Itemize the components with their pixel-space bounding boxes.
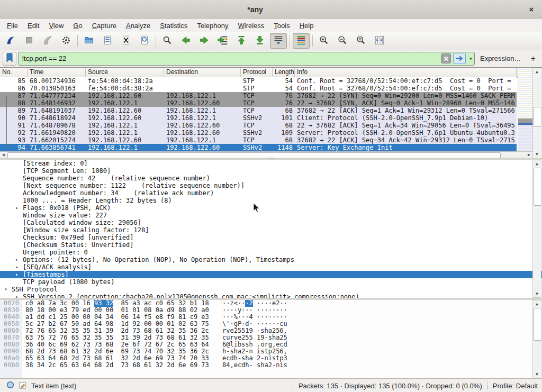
scroll-up-arrow[interactable]: ▲ [533,160,541,167]
capture-options-button[interactable] [58,33,75,49]
menu-analyze[interactable]: Analyze [121,20,155,31]
packet-row-89[interactable]: 8971.648191037192.168.122.60192.168.122.… [0,107,517,114]
packet-row-93[interactable]: 9371.662015274192.168.122.60192.168.122.… [0,136,517,144]
start-capture-button[interactable] [2,33,19,49]
detail-line[interactable]: [Checksum Status: Unverified] [0,241,542,249]
filter-bookmark-button[interactable] [3,52,16,66]
go-to-packet-button[interactable] [214,33,231,49]
expert-info-icon[interactable] [6,381,14,390]
go-back-button[interactable] [177,33,194,49]
scrollbar-thumb[interactable] [534,107,541,127]
add-filter-button[interactable]: + [528,54,538,63]
filter-history-dropdown[interactable]: ▾ [467,56,474,61]
menu-file[interactable]: File [2,20,23,31]
reload-file-button[interactable] [136,33,153,49]
collapsed-arrow-icon[interactable]: ▸ [15,256,19,263]
detail-line[interactable]: [TCP Segment Len: 1080] [0,167,542,175]
detail-line[interactable]: [Next sequence number: 1122 (relative se… [0,182,542,189]
scroll-up-arrow[interactable]: ▲ [533,300,541,307]
display-filter-input[interactable]: !tcp.port == 22 ▾ [18,52,475,66]
zoom-out-button[interactable] [334,33,351,49]
auto-scroll-toggle[interactable] [270,33,287,49]
menu-view[interactable]: View [44,20,68,31]
go-first-packet-button[interactable] [233,33,250,49]
open-file-button[interactable] [80,33,97,49]
resize-columns-button[interactable] [371,33,388,49]
filter-clear-button[interactable] [441,53,451,63]
go-forward-button[interactable] [196,33,213,49]
detail-line[interactable]: [Window size scaling factor: 128] [0,226,542,234]
detail-line[interactable]: Urgent pointer: 0 [0,249,542,256]
close-button[interactable]: × [526,4,537,15]
menu-wireless[interactable]: Wireless [233,20,269,31]
scroll-up-arrow[interactable]: ▲ [533,68,541,75]
packet-row-86[interactable]: 8670.013850163fe:54:00:d4:38:2aSTP54Conf… [0,85,517,92]
packet-row-87[interactable]: 8771.647777234192.168.122.60192.168.122.… [0,92,517,99]
detail-line[interactable]: Acknowledgment number: 34 (relative ack … [0,189,542,197]
scroll-down-arrow[interactable]: ▼ [533,151,541,158]
column-header-destination[interactable]: Destination [164,68,241,77]
menu-statistics[interactable]: Statistics [155,20,192,31]
packet-row-88[interactable]: 8871.648146932192.168.122.1192.168.122.6… [0,99,517,107]
detail-line[interactable]: ▾SSH Protocol [0,286,542,293]
menu-telephony[interactable]: Telephony [192,20,233,31]
column-header-source[interactable]: Source [86,68,164,77]
detail-line[interactable]: [Stream index: 0] [0,160,542,167]
restart-capture-button[interactable] [39,33,56,49]
intelligent-scrollbar-minimap[interactable] [518,68,533,151]
packet-row-85[interactable]: 8568.001734936fe:54:00:d4:38:2aSTP54Conf… [0,77,517,85]
detail-line[interactable]: 1000 .... = Header Length: 32 bytes (8) [0,197,542,204]
menu-go[interactable]: Go [68,20,87,31]
save-file-button[interactable] [99,33,116,49]
detail-line[interactable]: ▸Options: (12 bytes), No-Operation (NOP)… [0,256,542,263]
detail-line[interactable]: Sequence number: 42 (relative sequence n… [0,175,542,182]
expression-button[interactable]: Expression… [480,54,521,62]
stop-capture-button[interactable] [21,33,38,49]
scroll-down-arrow[interactable]: ▼ [533,371,541,378]
packet-row-92[interactable]: 9271.661949820192.168.122.1192.168.122.6… [0,129,517,136]
go-last-packet-button[interactable] [251,33,268,49]
collapsed-arrow-icon[interactable]: ▸ [15,293,19,298]
colorize-toggle[interactable] [293,33,310,49]
packet-list-vscrollbar[interactable]: ▲ ▼ [532,68,541,158]
scroll-down-arrow[interactable]: ▼ [533,290,541,297]
expanded-arrow-icon[interactable]: ▾ [4,286,7,293]
scrollbar-thumb[interactable] [534,308,541,341]
column-header-length[interactable]: Length [273,68,295,77]
detail-line[interactable]: ▸[Timestamps] [0,271,542,278]
zoom-original-button[interactable] [353,33,369,49]
packet-row-90[interactable]: 9071.648618924192.168.122.60192.168.122.… [0,114,517,122]
capture-comment-icon[interactable] [19,381,26,390]
detail-line[interactable]: ▸[SEQ/ACK analysis] [0,263,542,271]
collapsed-arrow-icon[interactable]: ▸ [15,204,19,212]
menu-edit[interactable]: Edit [23,20,44,31]
detail-line[interactable]: ▸Flags: 0x018 (PSH, ACK) [0,204,542,212]
filter-apply-button[interactable] [453,53,466,64]
column-header-info[interactable]: Info [295,68,517,77]
detail-line[interactable]: Checksum: 0x79ed [unverified] [0,234,542,241]
status-profile[interactable]: Profile: Default [493,382,538,390]
details-vscrollbar[interactable]: ▲ ▼ [532,160,541,298]
menu-tools[interactable]: Tools [269,20,294,31]
menu-capture[interactable]: Capture [87,20,121,31]
zoom-in-button[interactable] [315,33,332,49]
bytes-vscrollbar[interactable]: ▲ ▼ [532,300,541,378]
collapsed-arrow-icon[interactable]: ▸ [15,263,19,271]
display-filter-value[interactable]: !tcp.port == 22 [19,54,441,62]
packet-row-91[interactable]: 9171.648789678192.168.122.1192.168.122.6… [0,122,517,129]
column-header-no[interactable]: No. [0,68,28,77]
find-packet-button[interactable] [159,33,176,49]
packet-row-94[interactable]: 9471.663856741192.168.122.1192.168.122.6… [0,144,517,151]
menu-help[interactable]: Help [295,20,319,31]
close-file-button[interactable] [118,33,134,49]
detail-line[interactable]: ▸SSH Version 2 (encryption:chacha20-poly… [0,293,542,298]
detail-line[interactable]: [Calculated window size: 29056] [0,219,542,226]
detail-line[interactable]: TCP payload (1080 bytes) [0,278,542,286]
column-header-protocol[interactable]: Protocol [241,68,273,77]
column-header-time[interactable]: Time [28,68,86,77]
detail-line[interactable]: Window size value: 227 [0,212,542,219]
collapsed-arrow-icon[interactable]: ▸ [15,271,19,278]
hex-row-00b0[interactable]: 00b038 34 2c 65 63 64 68 2d 73 68 61 32 … [0,362,542,369]
hex-bytes[interactable]: 38 34 2c 65 63 64 68 2d 73 68 61 32 2d 6… [25,362,209,369]
title-bar[interactable]: *any × [0,0,542,20]
